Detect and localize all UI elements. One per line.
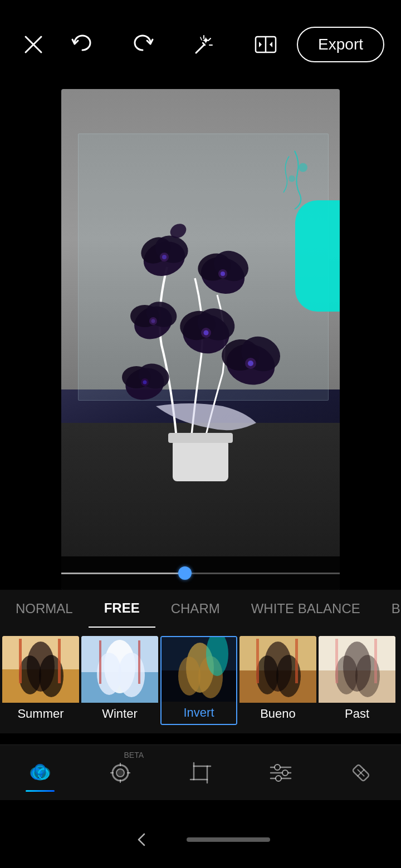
crop-tool-icon — [186, 758, 215, 787]
svg-point-105 — [276, 776, 281, 781]
svg-rect-81 — [374, 639, 377, 683]
svg-point-71 — [256, 655, 278, 694]
svg-rect-95 — [194, 766, 207, 780]
svg-point-103 — [275, 765, 280, 770]
svg-rect-74 — [295, 639, 298, 683]
color-tool[interactable] — [26, 758, 55, 787]
orchid-arrangement — [78, 167, 323, 490]
home-indicator[interactable] — [187, 837, 270, 842]
close-icon — [23, 34, 43, 55]
svg-rect-60 — [99, 640, 101, 684]
filter-winter[interactable]: Winter — [81, 636, 158, 725]
bueno-thumbnail — [239, 636, 316, 703]
svg-rect-46 — [168, 433, 233, 443]
summer-label: Summer — [2, 703, 79, 725]
heal-tool[interactable] — [346, 758, 375, 787]
bueno-label: Bueno — [239, 703, 316, 725]
svg-point-44 — [248, 361, 253, 366]
photo-background — [61, 89, 340, 590]
redo-icon — [131, 33, 155, 56]
split-view-icon — [253, 32, 278, 57]
compare-button[interactable] — [249, 28, 282, 61]
tab-white-balance[interactable]: WHITE BALANCE — [236, 590, 376, 628]
svg-rect-80 — [335, 639, 338, 683]
bottom-toolbar: BETA — [0, 744, 401, 800]
filter-pastel[interactable]: Past — [319, 636, 395, 725]
svg-rect-45 — [173, 440, 228, 481]
winter-thumbnail — [81, 636, 158, 703]
nav-bar — [0, 811, 401, 868]
tab-free[interactable]: FREE — [89, 590, 155, 628]
svg-text:✦: ✦ — [202, 35, 210, 46]
slider-track[interactable] — [61, 573, 340, 574]
crop-tool[interactable] — [186, 758, 215, 787]
undo-icon — [70, 33, 94, 56]
svg-point-51 — [19, 655, 41, 694]
svg-point-65 — [178, 657, 200, 696]
svg-marker-12 — [270, 42, 272, 47]
back-button[interactable] — [131, 828, 153, 851]
adjust-tool-icon — [266, 758, 295, 787]
svg-point-90 — [116, 769, 124, 777]
magic-wand-icon: ✦ — [193, 33, 216, 56]
svg-point-59 — [118, 653, 145, 697]
svg-point-34 — [204, 331, 209, 336]
pastel-label: Past — [319, 703, 395, 725]
undo-button[interactable] — [65, 28, 99, 61]
filter-tabs: NORMAL FREE CHARM WHITE BALANCE BL — [0, 590, 401, 628]
tab-charm[interactable]: CHARM — [155, 590, 236, 628]
beta-badge: BETA — [124, 751, 144, 760]
svg-line-2 — [196, 45, 204, 53]
heal-tool-icon — [346, 758, 375, 787]
toolbar: ✦ Export — [0, 0, 401, 89]
svg-point-19 — [162, 255, 167, 259]
slider-container[interactable] — [61, 556, 340, 590]
tab-bl[interactable]: BL — [376, 590, 401, 628]
toolbar-center: ✦ — [65, 28, 282, 61]
filter-summer[interactable]: Summer — [2, 636, 79, 725]
svg-point-104 — [282, 770, 288, 776]
svg-point-39 — [143, 381, 147, 384]
filter-bueno[interactable]: Bueno — [239, 636, 316, 725]
color-tool-icon — [26, 758, 55, 787]
invert-label: Invert — [162, 702, 236, 724]
retouch-tool-icon: BETA — [106, 758, 135, 787]
filter-thumbnails: Summer Winter — [0, 628, 401, 733]
adjust-tool[interactable] — [266, 758, 295, 787]
retouch-tool[interactable]: BETA — [106, 758, 135, 787]
magic-button[interactable]: ✦ — [188, 28, 221, 61]
export-button[interactable]: Export — [297, 27, 384, 62]
svg-rect-73 — [256, 639, 259, 683]
svg-rect-61 — [138, 640, 140, 684]
svg-rect-54 — [58, 639, 61, 683]
main-image-container — [61, 89, 340, 590]
winter-label: Winter — [81, 703, 158, 725]
tab-normal[interactable]: NORMAL — [0, 590, 89, 628]
slider-fill — [61, 573, 185, 574]
svg-point-78 — [335, 655, 358, 694]
invert-thumbnail — [162, 637, 236, 704]
svg-marker-11 — [259, 42, 262, 47]
redo-button[interactable] — [126, 28, 160, 61]
svg-rect-53 — [19, 639, 22, 683]
slider-thumb[interactable] — [178, 566, 192, 580]
svg-point-24 — [221, 272, 225, 276]
pastel-thumbnail — [319, 636, 395, 703]
summer-thumbnail — [2, 636, 79, 703]
close-button[interactable] — [17, 28, 50, 61]
filter-invert[interactable]: Invert — [160, 636, 237, 725]
svg-point-29 — [151, 319, 155, 323]
